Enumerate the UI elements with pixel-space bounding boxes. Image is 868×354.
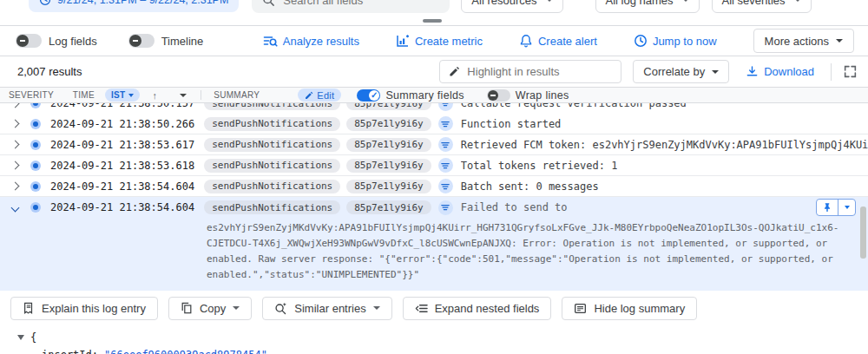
- clock-icon: [634, 34, 648, 48]
- analyze-results-label: Analyze results: [283, 35, 359, 48]
- chevron-down-icon: [712, 70, 719, 74]
- log-names-filter[interactable]: All log names: [595, 0, 700, 13]
- fullscreen-icon[interactable]: [843, 64, 858, 79]
- filter-lines-icon: [441, 120, 450, 128]
- filter-lines-icon: [441, 161, 450, 170]
- info-severity-icon: [30, 140, 41, 150]
- similar-entries-button[interactable]: Similar entries: [262, 297, 391, 320]
- summary-fields-toggle[interactable]: [357, 89, 380, 102]
- label-chip[interactable]: [438, 116, 453, 131]
- log-row[interactable]: 2024-09-21 21:38:50.266 sendPushNotifica…: [0, 114, 868, 134]
- create-alert-label: Create alert: [538, 35, 597, 48]
- pin-split-button: [816, 199, 856, 216]
- scrollbar-thumb[interactable]: [860, 206, 866, 259]
- execution-id-chip[interactable]: 85p7e1ly9i6y: [346, 117, 431, 131]
- chevron-down-icon: [546, 0, 553, 2]
- function-chip[interactable]: sendPushNotifications: [204, 180, 340, 193]
- chevron-down-icon: [682, 0, 689, 2]
- execution-id-chip[interactable]: 85p7e1ly9i6y: [346, 159, 431, 173]
- execution-id-chip[interactable]: 85p7e1ly9i6y: [346, 103, 431, 110]
- panel-drag-handle[interactable]: [423, 19, 442, 23]
- pin-button[interactable]: [817, 199, 838, 216]
- label-chip[interactable]: [438, 200, 453, 215]
- execution-id-chip[interactable]: 85p7e1ly9i6y: [346, 200, 431, 214]
- summary-fields-toggle-group: Summary fields: [357, 89, 464, 102]
- collapse-chevron-icon[interactable]: [11, 203, 20, 212]
- timeline-toggle[interactable]: [128, 34, 155, 48]
- create-alert-button[interactable]: Create alert: [519, 34, 597, 48]
- filter-lines-icon: [441, 203, 450, 212]
- log-row[interactable]: 2024-09-21 21:38:54.604 sendPushNotifica…: [0, 176, 868, 197]
- correlate-by-button[interactable]: Correlate by: [633, 60, 729, 83]
- timezone-selector[interactable]: IST: [105, 88, 140, 102]
- expand-chevron-icon[interactable]: [11, 141, 20, 149]
- sort-ascending-icon[interactable]: ↑: [152, 90, 157, 101]
- filter-lines-icon: [441, 103, 450, 108]
- function-chip[interactable]: sendPushNotifications: [204, 159, 340, 173]
- search-input[interactable]: [283, 0, 439, 7]
- copy-button[interactable]: Copy: [168, 297, 252, 320]
- jump-to-now-button[interactable]: Jump to now: [634, 34, 717, 48]
- expand-chevron-icon[interactable]: [11, 120, 20, 128]
- hide-log-summary-label: Hide log summary: [594, 302, 685, 315]
- collapse-triangle-icon[interactable]: [17, 335, 24, 340]
- log-row[interactable]: 2024-09-21 21:38:53.618 sendPushNotifica…: [0, 155, 868, 176]
- copy-icon: [181, 302, 193, 314]
- analyze-results-icon: [263, 34, 278, 49]
- function-chip[interactable]: sendPushNotifications: [204, 138, 340, 152]
- function-chip[interactable]: sendPushNotifications: [204, 117, 340, 131]
- download-button[interactable]: Download: [746, 65, 814, 78]
- expand-chevron-icon[interactable]: [11, 161, 20, 170]
- function-chip[interactable]: sendPushNotifications: [204, 103, 340, 110]
- execution-id-chip[interactable]: 85p7e1ly9i6y: [346, 138, 431, 152]
- download-label: Download: [764, 65, 814, 78]
- explain-log-entry-button[interactable]: Explain this log entry: [10, 297, 158, 320]
- clock-icon: [39, 0, 51, 6]
- label-chip[interactable]: [438, 137, 453, 152]
- log-message: Total tokens retrieved: 1: [461, 160, 618, 172]
- hide-log-summary-button[interactable]: Hide log summary: [562, 297, 697, 320]
- log-timestamp: 2024-09-21 21:38:54.604: [50, 201, 194, 213]
- wrap-lines-toggle[interactable]: [487, 89, 510, 102]
- more-actions-button[interactable]: More actions: [753, 29, 854, 53]
- log-timestamp: 2024-09-21 21:38:50.157: [50, 103, 194, 109]
- wrap-lines-label: Wrap lines: [516, 89, 569, 102]
- more-actions-label: More actions: [765, 35, 829, 48]
- expand-nested-fields-button[interactable]: Expand nested fields: [403, 297, 552, 320]
- search-field[interactable]: [252, 0, 450, 13]
- wrap-lines-toggle-group: Wrap lines: [487, 89, 569, 102]
- divider: [831, 63, 832, 81]
- log-fields-toggle[interactable]: [16, 34, 42, 48]
- partial-log-row[interactable]: 2024-09-21 21:38:50.157 sendPushNotifica…: [0, 103, 868, 114]
- expand-nested-icon: [415, 302, 428, 315]
- time-column-menu-icon[interactable]: [180, 94, 187, 97]
- edit-summary-label: Edit: [317, 90, 334, 101]
- time-range-chip[interactable]: 9/21/24, 1:31PM – 9/22/24, 2:31PM: [29, 0, 239, 12]
- label-chip[interactable]: [438, 179, 453, 193]
- timezone-label: IST: [111, 90, 125, 100]
- function-chip[interactable]: sendPushNotifications: [204, 200, 340, 214]
- create-metric-button[interactable]: Create metric: [396, 34, 483, 48]
- label-chip[interactable]: [438, 103, 453, 111]
- highlight-field[interactable]: [439, 60, 621, 83]
- pin-menu-button[interactable]: [838, 199, 855, 216]
- expand-chevron-icon[interactable]: [11, 103, 20, 108]
- log-row[interactable]: 2024-09-21 21:38:53.617 sendPushNotifica…: [0, 134, 868, 155]
- log-timestamp: 2024-09-21 21:38:50.266: [50, 118, 194, 130]
- filter-lines-icon: [441, 141, 450, 149]
- log-names-filter-label: All log names: [606, 0, 674, 7]
- log-timestamp: 2024-09-21 21:38:53.618: [50, 160, 194, 172]
- severities-filter[interactable]: All severities: [712, 0, 812, 13]
- label-chip[interactable]: [438, 158, 453, 173]
- resources-filter[interactable]: All resources: [461, 0, 562, 13]
- edit-summary-button[interactable]: Edit: [298, 88, 341, 102]
- info-severity-icon: [30, 202, 41, 213]
- expanded-log-row[interactable]: 2024-09-21 21:38:54.604 sendPushNotifica…: [0, 197, 868, 218]
- log-timestamp: 2024-09-21 21:38:54.604: [50, 180, 194, 193]
- analyze-results-button[interactable]: Analyze results: [263, 34, 359, 49]
- highlight-input[interactable]: [467, 65, 606, 78]
- explain-log-entry-label: Explain this log entry: [42, 302, 146, 315]
- expand-chevron-icon[interactable]: [11, 182, 20, 191]
- execution-id-chip[interactable]: 85p7e1ly9i6y: [346, 180, 431, 193]
- chevron-down-icon: [794, 0, 801, 2]
